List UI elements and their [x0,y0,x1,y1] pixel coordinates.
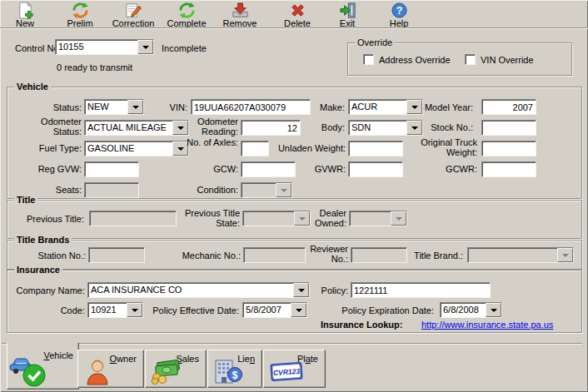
original-truck-weight-label: Original Truck Weight: [399,137,477,157]
dealer-owned-label: Dealer Owned: [306,208,346,228]
policy-expiration-date-value: 6/8/2008 [441,303,486,317]
svg-text:?: ? [396,5,402,17]
gcw-label: GCW: [187,164,238,174]
company-name-combo[interactable]: ACA INSURANCE CO [87,282,310,298]
chevron-down-icon [276,183,292,197]
question-circle-icon: ? [391,2,408,19]
delete-button[interactable]: Delete [276,2,319,27]
previous-title-state-combo [242,211,311,226]
chevron-down-icon[interactable] [486,303,501,317]
previous-title-input [89,211,177,226]
odometer-reading-input[interactable] [241,120,301,136]
chevron-down-icon[interactable] [293,283,309,297]
mechanic-no-label: Mechanic No.: [177,251,241,261]
original-truck-weight-input[interactable] [481,141,536,156]
body-value: SDN [349,121,406,135]
vin-override-checkbox[interactable] [465,54,476,65]
odometer-status-label: Odometer Status: [16,117,82,136]
axles-input[interactable] [241,141,269,156]
policy-effective-date-label: Policy Effective Date: [141,305,239,315]
title-group-title: Title [14,195,37,206]
odometer-status-value: ACTUAL MILEAGE [85,121,172,135]
policy-effective-date-combo[interactable]: 5/8/2007 [242,302,307,318]
toolbar-separator-highlight [0,28,588,29]
exit-button[interactable]: Exit [332,2,362,27]
vin-override-label: VIN Override [481,55,534,65]
control-no-combo[interactable]: 10155 [55,39,154,55]
dealer-owned-value [350,211,391,226]
fuel-type-label: Fuel Type: [16,143,82,153]
chevron-down-icon[interactable] [127,100,143,114]
refresh-orange-green-icon [72,2,89,19]
prelim-button[interactable]: Prelim [58,2,102,27]
complete-button[interactable]: Complete [162,2,211,27]
gcwr-label: GCWR: [414,164,477,174]
insurance-groupbox: Insurance Company Name: ACA INSURANCE CO… [7,270,582,333]
insurance-group-title: Insurance [14,265,62,275]
tab-plate[interactable]: Plate CVR123 [263,350,326,388]
title-brands-groupbox: Title Brands Station No.: Mechanic No.: … [7,240,582,270]
condition-value [242,183,276,197]
unladen-weight-label: Unladen Weight: [266,143,346,153]
mechanic-no-input [243,247,306,263]
correction-button[interactable]: Correction [105,2,162,27]
tab-strip-highlight [2,344,582,345]
address-override-checkbox[interactable] [363,54,374,65]
unladen-weight-input[interactable] [348,141,403,156]
chevron-down-icon[interactable] [137,40,153,54]
tab-lien[interactable]: Lien $ [207,350,262,388]
title-groupbox: Title Previous Title: Previous Title Sta… [7,200,582,239]
company-name-value: ACA INSURANCE CO [88,283,293,297]
vin-label: VIN: [147,102,187,112]
stock-no-label: Stock No.: [406,122,473,132]
tab-vehicle[interactable]: Vehicle [7,343,79,390]
tab-sales[interactable]: Sales [145,350,207,388]
vehicle-group-title: Vehicle [14,82,51,92]
gcwr-input[interactable] [481,161,536,177]
vehicle-groupbox: Vehicle Status: NEW VIN: Make: ACUR Mode… [7,87,582,199]
status-combo[interactable]: NEW [84,99,144,115]
policy-input[interactable] [351,282,491,298]
bank-dollar-icon: $ [214,358,242,385]
title-brand-combo [467,247,574,263]
fuel-type-combo[interactable]: GASOLINE [84,141,189,156]
odometer-reading-label: Odometer Reading: [187,117,238,136]
previous-title-state-label: Previous Title State: [172,208,240,228]
chevron-down-icon [391,211,406,226]
help-button[interactable]: ? Help [381,2,417,27]
stock-no-input[interactable] [481,120,536,136]
refresh-green-icon [178,2,196,19]
door-arrow-icon [339,2,356,19]
reg-gvw-input[interactable] [84,161,139,177]
seats-label: Seats: [16,185,82,195]
money-icon [151,359,181,385]
policy-expiration-date-label: Policy Expiration Date: [317,305,434,315]
make-label: Make: [297,102,345,112]
body-label: Body: [297,122,345,132]
policy-expiration-date-combo[interactable]: 6/8/2008 [440,302,502,318]
insurance-lookup-link[interactable]: http://www.insurance.state.pa.us [421,320,553,330]
odometer-status-combo[interactable]: ACTUAL MILEAGE [84,120,189,136]
title-brand-value [468,248,557,262]
remove-button[interactable]: Remove [217,2,262,27]
new-button[interactable]: New [8,2,42,27]
model-year-input[interactable] [481,99,536,115]
gvwr-input[interactable] [348,161,403,177]
dealer-owned-combo [349,211,407,226]
chevron-down-icon[interactable] [291,303,306,317]
tab-vehicle-label: Vehicle [44,350,73,360]
person-icon [85,359,110,385]
policy-effective-date-value: 5/8/2007 [243,303,291,317]
vin-input[interactable] [191,99,311,115]
new-document-icon [17,2,34,19]
previous-title-state-value [243,211,294,226]
code-combo[interactable]: 10921 [87,302,143,318]
override-groupbox: Override Address Override VIN Override [347,42,572,76]
car-check-icon [9,356,47,388]
app-window: New Prelim Correction Complete [0,0,588,392]
override-group-title: Override [355,37,395,48]
tab-owner[interactable]: Owner [77,350,144,388]
previous-title-label: Previous Title: [17,214,84,224]
model-year-label: Model Year: [406,102,473,112]
tray-red-arrow-icon [232,2,249,19]
